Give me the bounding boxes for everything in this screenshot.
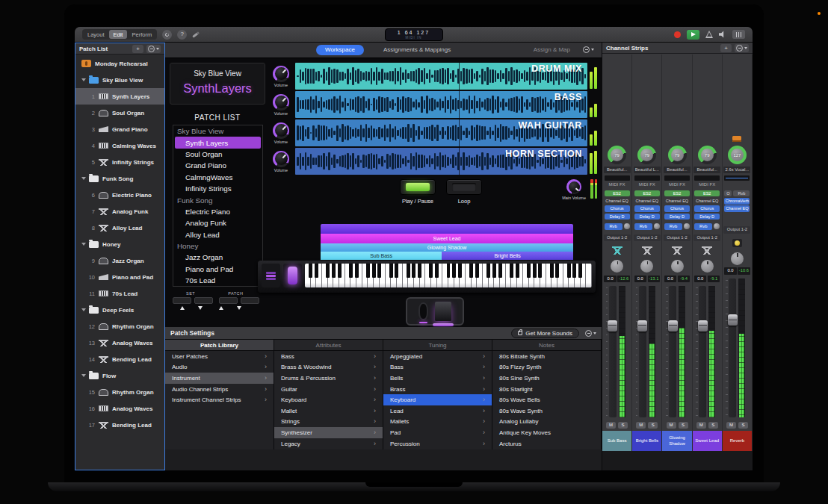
loop-button[interactable] (446, 179, 482, 195)
screen-patch-list-item[interactable]: Grand Piano (173, 160, 262, 171)
pencil-icon[interactable] (192, 31, 199, 37)
waveform-region[interactable]: BASS (295, 91, 587, 118)
patch-list-row[interactable]: 11 70s Lead (75, 285, 164, 302)
playhead[interactable] (459, 63, 460, 90)
output-slot[interactable]: Output 1-2 (723, 226, 750, 234)
set-up-icon[interactable] (180, 306, 185, 310)
waveform-region[interactable]: HORN SECTION (295, 148, 587, 175)
library-item[interactable]: Arcturus (492, 438, 601, 449)
get-more-sounds-button[interactable]: Get More Sounds (511, 329, 579, 338)
screen-patch-list-item[interactable]: Soul Organ (173, 149, 262, 160)
volume-fader[interactable] (699, 286, 706, 417)
library-item[interactable]: Guitar› (274, 384, 383, 395)
library-item[interactable]: Brass & Woodwind› (274, 362, 383, 373)
disclosure-triangle-icon[interactable] (81, 243, 86, 246)
send-knob[interactable] (684, 223, 690, 229)
track-volume-knob[interactable] (273, 94, 289, 111)
track-volume-knob[interactable] (273, 122, 289, 139)
midi-fx-slot[interactable]: MIDI FX (609, 181, 625, 189)
instrument-slot[interactable]: ES2 (634, 190, 660, 197)
setting-thumbnail[interactable] (605, 175, 630, 181)
track-volume-knob[interactable] (273, 66, 289, 82)
eq-slot[interactable]: Channel EQ (605, 198, 630, 205)
setting-thumbnail[interactable] (724, 175, 750, 181)
patch-list-row[interactable]: 2 Soul Organ (75, 105, 164, 121)
play-button[interactable] (687, 30, 699, 40)
tab-notes[interactable]: Notes (492, 340, 602, 350)
add-channel-strip-button[interactable]: + (720, 44, 732, 52)
patch-list-row[interactable]: 16 Analog Waves (75, 400, 164, 417)
patch-list-row[interactable]: 10 Piano and Pad (75, 269, 164, 285)
piano-keys[interactable] (305, 264, 592, 287)
playhead[interactable] (459, 91, 460, 118)
patch-list-row[interactable]: 8 Alloy Lead (75, 220, 164, 236)
reverb-send-button[interactable]: Rvb (605, 223, 622, 230)
insert-slot-2[interactable]: Delay D (634, 214, 660, 220)
screen-patch-list-item[interactable]: Synth Layers (175, 137, 261, 148)
insert-slot-2[interactable]: Delay D (605, 214, 630, 220)
library-item[interactable]: Drums & Percussion› (274, 373, 383, 384)
library-item[interactable]: Legacy› (274, 438, 383, 449)
library-item[interactable]: User Patches› (165, 351, 274, 362)
help-button[interactable]: ? (177, 30, 187, 40)
midi-fx-slot[interactable]: MIDI FX (669, 181, 685, 189)
strip-name-plate[interactable]: Glowing Shadow (662, 431, 691, 451)
pan-knob[interactable] (640, 260, 653, 273)
library-item[interactable]: Brass› (383, 384, 492, 395)
set-next-button[interactable] (194, 297, 213, 304)
patch-list-row[interactable]: 3 Grand Piano (75, 121, 164, 137)
layer-sub-bass[interactable]: Sub Bass (321, 252, 442, 260)
volume-fader[interactable] (609, 286, 617, 417)
instrument-slot[interactable]: ES2 (605, 190, 630, 197)
disclosure-triangle-icon[interactable] (81, 374, 86, 377)
output-slot[interactable]: Output 1-2 (693, 234, 720, 242)
strip-volume-knob[interactable]: 79 (608, 146, 626, 164)
reverb-send-button[interactable]: Rvb (694, 223, 712, 230)
metronome-icon[interactable] (705, 31, 713, 38)
tab-patch-library[interactable]: Patch Library (165, 340, 274, 350)
eq-slot[interactable]: Channel EQ (634, 198, 660, 205)
library-item[interactable]: Keyboard› (274, 394, 383, 405)
library-item[interactable]: Percussion› (383, 438, 492, 449)
setting-thumbnail[interactable] (694, 175, 720, 181)
patch-list-row[interactable]: 17 Bending Lead (75, 417, 164, 433)
send-knob[interactable] (654, 223, 660, 229)
volume-fader[interactable] (639, 286, 646, 417)
speaker-icon[interactable] (719, 31, 726, 38)
play-pause-button[interactable] (400, 179, 436, 195)
screen-patch-list-item[interactable]: Analog Funk (173, 217, 262, 228)
tuner-button[interactable] (162, 30, 172, 40)
workspace-action-menu[interactable] (583, 46, 594, 53)
waveform-region[interactable]: DRUM MIX (295, 63, 587, 90)
send-rvb-button[interactable]: Rvb (733, 190, 750, 197)
patch-list-row[interactable]: Deep Feels (75, 302, 164, 318)
strip-name-plate[interactable]: Reverb (723, 431, 752, 451)
tab-tuning[interactable]: Tuning (383, 340, 492, 350)
patch-list-row[interactable]: Monday Rehearsal (75, 55, 164, 72)
layer-bar-top[interactable] (321, 224, 573, 234)
add-patch-button[interactable]: + (132, 45, 143, 53)
layer-bar-split[interactable]: Sub Bass Bright Bells (321, 252, 573, 260)
patch-list-row[interactable]: 12 Rhythm Organ (75, 318, 164, 335)
channel-strips-action-menu[interactable] (735, 44, 749, 52)
panel-toggle-icon[interactable] (732, 30, 745, 39)
instrument-slot[interactable]: ES2 (694, 190, 720, 197)
library-item[interactable]: Bass› (274, 351, 383, 362)
output-slot[interactable]: Output 1-2 (664, 234, 690, 242)
insert-slot-1[interactable]: Chorus (634, 205, 660, 212)
insert-slot-1[interactable]: Chorus (694, 205, 720, 212)
instrument-slot[interactable]: ES2 (664, 190, 690, 197)
strip-volume-knob[interactable]: 79 (637, 146, 656, 164)
patch-settings-action-menu[interactable] (585, 330, 596, 337)
fader-cap[interactable] (637, 320, 647, 332)
setting-thumbnail[interactable] (634, 175, 660, 181)
patch-down-icon[interactable] (237, 306, 241, 310)
screen-patch-list-item[interactable]: Infinity Strings (173, 183, 262, 194)
insert-slot-1[interactable]: Chorus (664, 205, 690, 212)
library-item[interactable]: Arpeggiated› (383, 351, 492, 362)
patch-list-row[interactable]: 7 Analog Funk (75, 203, 164, 220)
screen-patch-list-item[interactable]: Piano and Pad (173, 264, 262, 275)
layer-bar-sweet-lead[interactable]: Sweet Lead (321, 234, 573, 243)
mute-button[interactable]: M (636, 422, 646, 429)
reverb-send-button[interactable]: Rvb (634, 223, 652, 230)
